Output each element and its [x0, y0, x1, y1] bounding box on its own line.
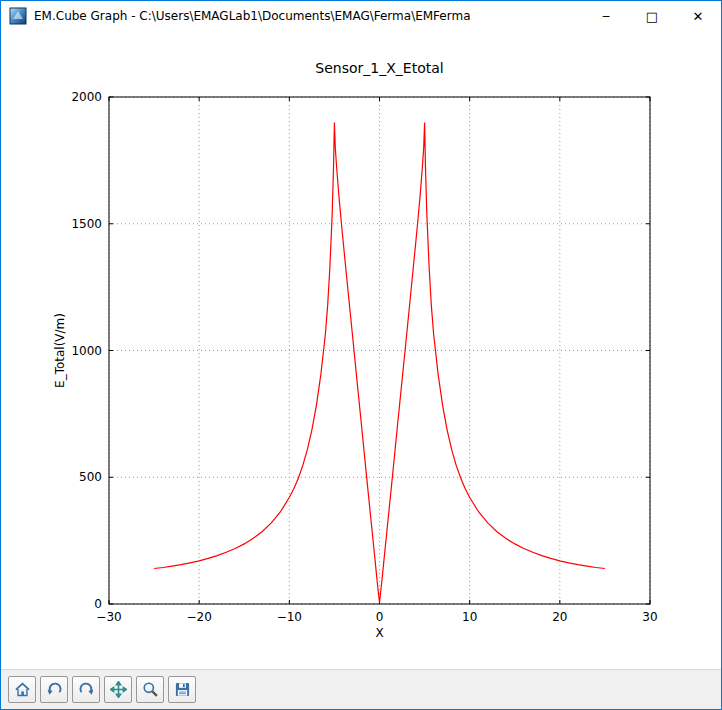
y-tick-label: 2000	[71, 90, 102, 104]
close-button[interactable]: ✕	[675, 1, 721, 31]
forward-arrow-icon	[78, 681, 95, 698]
y-tick-label: 1000	[71, 344, 102, 358]
chart-title: Sensor_1_X_Etotal	[315, 60, 443, 76]
x-tick-label: 20	[552, 610, 567, 624]
window-title: EM.Cube Graph - C:\Users\EMAGLab1\Docume…	[34, 9, 471, 23]
back-button[interactable]	[40, 676, 68, 703]
save-floppy-icon	[174, 681, 191, 698]
x-tick-label: 30	[642, 610, 657, 624]
chart-svg[interactable]: −30−20−1001020300500100015002000Sensor_1…	[1, 31, 721, 669]
x-tick-label: −30	[96, 610, 121, 624]
app-icon	[9, 7, 27, 25]
zoom-magnifier-icon	[142, 681, 159, 698]
maximize-button[interactable]: □	[629, 1, 675, 31]
window-controls: ─ □ ✕	[583, 1, 721, 31]
series-line	[154, 122, 605, 602]
y-tick-label: 500	[79, 470, 102, 484]
pan-arrows-icon	[110, 681, 127, 698]
x-tick-label: −20	[187, 610, 212, 624]
title-bar[interactable]: EM.Cube Graph - C:\Users\EMAGLab1\Docume…	[1, 1, 721, 31]
y-tick-label: 1500	[71, 217, 102, 231]
y-axis-label: E_Total(V/m)	[53, 313, 67, 388]
back-arrow-icon	[46, 681, 63, 698]
navigation-toolbar	[1, 669, 721, 709]
save-button[interactable]	[168, 676, 196, 703]
app-window: EM.Cube Graph - C:\Users\EMAGLab1\Docume…	[0, 0, 722, 710]
home-icon	[14, 681, 31, 698]
x-tick-label: 10	[462, 610, 477, 624]
figure-area: −30−20−1001020300500100015002000Sensor_1…	[1, 31, 721, 669]
x-tick-label: 0	[376, 610, 384, 624]
x-axis-label: X	[375, 626, 383, 640]
home-button[interactable]	[8, 676, 36, 703]
pan-button[interactable]	[104, 676, 132, 703]
x-tick-label: −10	[277, 610, 302, 624]
zoom-button[interactable]	[136, 676, 164, 703]
minimize-button[interactable]: ─	[583, 1, 629, 31]
forward-button[interactable]	[72, 676, 100, 703]
y-tick-label: 0	[94, 597, 102, 611]
